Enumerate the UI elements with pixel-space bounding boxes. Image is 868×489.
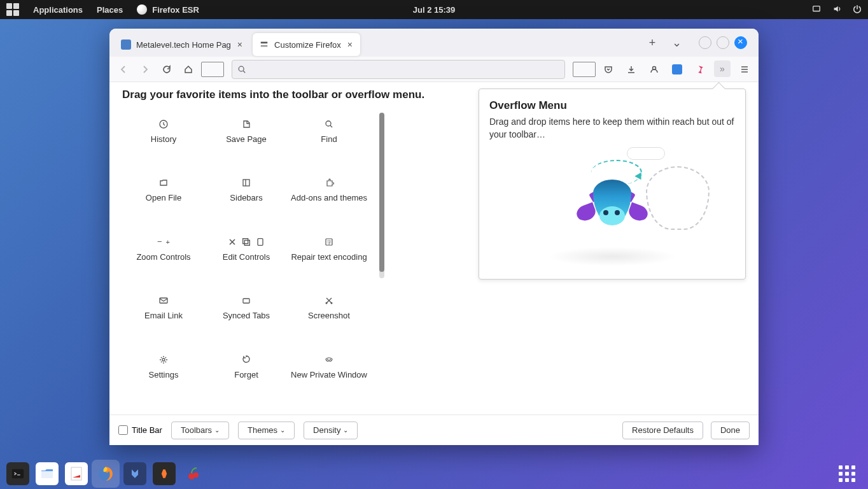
svg-rect-23	[71, 467, 81, 480]
close-button[interactable]	[734, 36, 747, 49]
item-private-window[interactable]: New Private Window	[288, 348, 370, 399]
item-find[interactable]: Find	[288, 113, 370, 164]
minimize-button[interactable]	[699, 36, 711, 49]
item-forget[interactable]: Forget	[205, 348, 288, 399]
item-edit-controls[interactable]: Edit Controls	[205, 230, 288, 281]
chevron-down-icon: ⌄	[280, 427, 285, 434]
item-history[interactable]: History	[122, 113, 205, 164]
close-icon[interactable]: ×	[346, 38, 354, 51]
item-screenshot[interactable]: Screenshot	[288, 289, 370, 340]
volume-icon[interactable]	[832, 4, 841, 15]
item-settings[interactable]: Settings	[122, 348, 205, 399]
chevron-down-icon: ⌄	[343, 427, 348, 434]
clock[interactable]: Jul 2 15:39	[413, 5, 456, 15]
svg-rect-21	[12, 469, 24, 479]
sidebar-icon	[241, 176, 251, 189]
reload-button[interactable]	[158, 60, 176, 78]
active-app-label[interactable]: Firefox ESR	[137, 4, 199, 15]
dock-burp[interactable]	[153, 462, 176, 485]
dock-terminal[interactable]	[6, 462, 29, 485]
dock-cherrytree[interactable]	[182, 462, 205, 485]
email-icon	[158, 294, 169, 307]
tabs-dropdown-button[interactable]: ⌄	[668, 34, 685, 51]
svg-rect-15	[243, 299, 249, 303]
svg-text:字: 字	[327, 240, 332, 244]
home-button[interactable]	[179, 60, 197, 78]
svg-point-4	[239, 66, 244, 71]
tab-strip: Metalevel.tech Home Pag × Customize Fire…	[109, 29, 759, 57]
done-button[interactable]: Done	[711, 422, 750, 439]
item-repair-encoding[interactable]: 字Repair text encoding	[288, 230, 370, 281]
overflow-menu-panel[interactable]: Overflow Menu Drag and drop items here t…	[479, 89, 746, 280]
customize-panel: Drag your favorite items into the toolba…	[109, 82, 759, 415]
encoding-icon: 字	[324, 236, 334, 248]
gear-icon	[158, 353, 169, 366]
customize-footer: Title Bar Toolbars⌄ Themes⌄ Density⌄ Res…	[109, 415, 759, 445]
menu-applications[interactable]: Applications	[33, 5, 83, 15]
tabs-icon	[241, 294, 251, 307]
back-button[interactable]	[115, 60, 132, 78]
svg-point-18	[162, 358, 165, 361]
nav-toolbar: »	[109, 57, 759, 82]
restore-defaults-button[interactable]: Restore Defaults	[622, 422, 703, 439]
svg-point-19	[327, 358, 328, 360]
forget-icon	[241, 353, 251, 366]
pocket-icon[interactable]	[599, 60, 617, 78]
tab-metalevel[interactable]: Metalevel.tech Home Pag ×	[115, 33, 250, 56]
close-icon[interactable]: ×	[236, 38, 244, 51]
edit-icon	[227, 236, 265, 248]
tab-customize[interactable]: Customize Firefox ×	[253, 33, 360, 56]
svg-point-26	[193, 472, 199, 478]
new-tab-button[interactable]: +	[644, 34, 661, 51]
maximize-button[interactable]	[717, 36, 729, 49]
extension-container-icon[interactable]	[668, 60, 686, 78]
screenshot-icon	[324, 294, 334, 307]
dock-text-editor[interactable]	[65, 462, 88, 485]
item-sidebars[interactable]: Sidebars	[205, 171, 288, 222]
menu-button[interactable]	[736, 60, 753, 78]
item-addons[interactable]: Add-ons and themes	[288, 171, 370, 222]
account-icon[interactable]	[645, 60, 663, 78]
extension-pin-icon[interactable]	[691, 60, 709, 78]
svg-point-7	[326, 121, 331, 126]
toolbars-dropdown[interactable]: Toolbars⌄	[171, 422, 229, 439]
flex-space[interactable]	[201, 62, 224, 77]
power-icon[interactable]	[853, 4, 862, 15]
overflow-button[interactable]: »	[714, 60, 731, 77]
puzzle-icon	[324, 176, 334, 189]
favicon-icon	[121, 39, 131, 50]
downloads-icon[interactable]	[622, 60, 640, 78]
items-palette: History Save Page Find Open File Sidebar…	[122, 113, 373, 399]
activities-icon[interactable]	[6, 3, 19, 16]
dock-firefox[interactable]	[94, 462, 117, 485]
density-dropdown[interactable]: Density⌄	[304, 422, 358, 439]
zoom-icon: −+	[157, 236, 170, 248]
item-zoom[interactable]: −+Zoom Controls	[122, 230, 205, 281]
show-apps-button[interactable]	[839, 465, 855, 482]
dock-metasploit[interactable]	[123, 462, 146, 485]
chevron-down-icon: ⌄	[214, 427, 220, 434]
gnome-topbar: Applications Places Firefox ESR Jul 2 15…	[0, 0, 868, 19]
item-synced-tabs[interactable]: Synced Tabs	[205, 289, 288, 340]
menu-places[interactable]: Places	[97, 5, 123, 15]
dock-files[interactable]	[36, 462, 59, 485]
svg-rect-9	[243, 238, 248, 243]
themes-dropdown[interactable]: Themes⌄	[238, 422, 295, 439]
folder-icon	[158, 176, 169, 189]
svg-rect-10	[244, 240, 249, 245]
titlebar-checkbox[interactable]: Title Bar	[118, 425, 162, 435]
svg-point-17	[331, 302, 333, 304]
url-bar[interactable]	[232, 60, 565, 79]
overflow-desc: Drag and drop items here to keep them wi…	[489, 116, 735, 141]
svg-rect-14	[160, 298, 167, 303]
item-email-link[interactable]: Email Link	[122, 289, 205, 340]
scrollbar[interactable]	[379, 113, 384, 278]
flex-space[interactable]	[573, 62, 596, 77]
item-open-file[interactable]: Open File	[122, 171, 205, 222]
forward-button[interactable]	[136, 60, 154, 78]
screen-icon[interactable]	[812, 4, 821, 15]
overflow-illustration	[489, 147, 735, 269]
save-icon	[241, 118, 251, 131]
history-icon	[158, 118, 169, 131]
item-save-page[interactable]: Save Page	[205, 113, 288, 164]
